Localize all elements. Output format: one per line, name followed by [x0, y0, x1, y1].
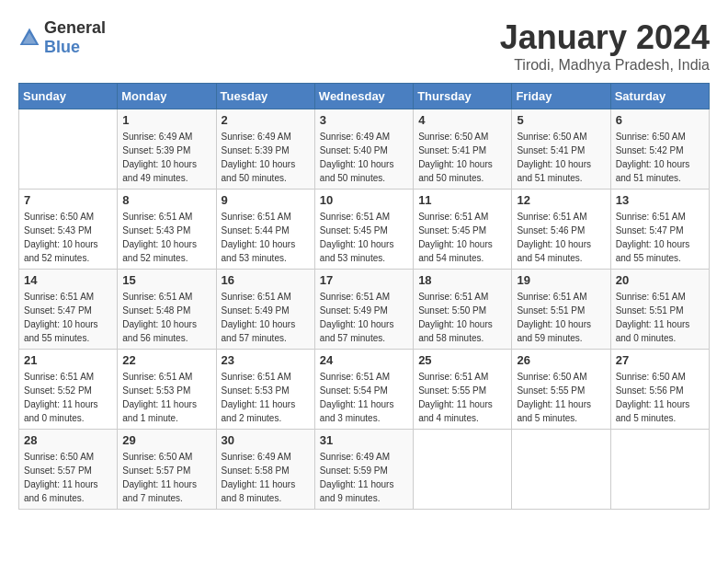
day-detail: Sunrise: 6:51 AMSunset: 5:52 PMDaylight:… — [24, 370, 112, 425]
day-number: 22 — [122, 353, 210, 367]
calendar-cell: 19Sunrise: 6:51 AMSunset: 5:51 PMDayligh… — [512, 270, 610, 350]
day-detail: Sunrise: 6:49 AMSunset: 5:39 PMDaylight:… — [222, 130, 310, 185]
calendar-cell: 11Sunrise: 6:51 AMSunset: 5:45 PMDayligh… — [414, 190, 512, 270]
calendar-week-row: 1Sunrise: 6:49 AMSunset: 5:39 PMDaylight… — [19, 109, 710, 190]
day-number: 28 — [24, 433, 112, 447]
day-detail: Sunrise: 6:51 AMSunset: 5:50 PMDaylight:… — [418, 290, 506, 345]
calendar-cell: 20Sunrise: 6:51 AMSunset: 5:51 PMDayligh… — [610, 270, 709, 350]
calendar-cell — [19, 109, 118, 190]
day-detail: Sunrise: 6:50 AMSunset: 5:56 PMDaylight:… — [616, 370, 704, 425]
calendar-cell: 27Sunrise: 6:50 AMSunset: 5:56 PMDayligh… — [610, 350, 709, 430]
calendar-cell: 22Sunrise: 6:51 AMSunset: 5:53 PMDayligh… — [118, 350, 216, 430]
day-number: 14 — [24, 273, 112, 287]
day-number: 29 — [122, 433, 210, 447]
day-number: 20 — [616, 273, 704, 287]
day-number: 3 — [320, 113, 408, 127]
day-detail: Sunrise: 6:51 AMSunset: 5:54 PMDaylight:… — [320, 370, 408, 425]
calendar-table: SundayMondayTuesdayWednesdayThursdayFrid… — [18, 83, 710, 510]
calendar-week-row: 28Sunrise: 6:50 AMSunset: 5:57 PMDayligh… — [19, 430, 710, 510]
month-title: January 2024 — [500, 18, 710, 57]
day-detail: Sunrise: 6:51 AMSunset: 5:49 PMDaylight:… — [222, 290, 310, 345]
day-detail: Sunrise: 6:50 AMSunset: 5:55 PMDaylight:… — [517, 370, 605, 425]
day-number: 27 — [616, 353, 704, 367]
day-number: 7 — [24, 193, 112, 207]
calendar-cell: 7Sunrise: 6:50 AMSunset: 5:43 PMDaylight… — [19, 190, 118, 270]
day-number: 30 — [222, 433, 310, 447]
day-number: 18 — [418, 273, 506, 287]
day-number: 6 — [616, 113, 704, 127]
title-area: January 2024 Tirodi, Madhya Pradesh, Ind… — [500, 18, 710, 74]
day-detail: Sunrise: 6:49 AMSunset: 5:40 PMDaylight:… — [320, 130, 408, 185]
weekday-header: Monday — [118, 84, 216, 109]
calendar-cell: 5Sunrise: 6:50 AMSunset: 5:41 PMDaylight… — [512, 109, 610, 190]
calendar-cell: 13Sunrise: 6:51 AMSunset: 5:47 PMDayligh… — [610, 190, 709, 270]
day-number: 10 — [320, 193, 408, 207]
weekday-header: Tuesday — [216, 84, 314, 109]
calendar-cell: 18Sunrise: 6:51 AMSunset: 5:50 PMDayligh… — [414, 270, 512, 350]
day-number: 17 — [320, 273, 408, 287]
calendar-cell: 10Sunrise: 6:51 AMSunset: 5:45 PMDayligh… — [314, 190, 413, 270]
calendar-cell: 28Sunrise: 6:50 AMSunset: 5:57 PMDayligh… — [19, 430, 118, 510]
day-number: 26 — [517, 353, 605, 367]
calendar-week-row: 14Sunrise: 6:51 AMSunset: 5:47 PMDayligh… — [19, 270, 710, 350]
day-number: 23 — [222, 353, 310, 367]
day-detail: Sunrise: 6:50 AMSunset: 5:41 PMDaylight:… — [418, 130, 506, 185]
day-detail: Sunrise: 6:51 AMSunset: 5:51 PMDaylight:… — [616, 290, 704, 345]
location-title: Tirodi, Madhya Pradesh, India — [500, 57, 710, 74]
day-number: 15 — [122, 273, 210, 287]
day-number: 8 — [122, 193, 210, 207]
day-detail: Sunrise: 6:50 AMSunset: 5:57 PMDaylight:… — [24, 450, 112, 505]
weekday-header: Thursday — [414, 84, 512, 109]
calendar-cell: 3Sunrise: 6:49 AMSunset: 5:40 PMDaylight… — [314, 109, 413, 190]
day-detail: Sunrise: 6:50 AMSunset: 5:42 PMDaylight:… — [616, 130, 704, 185]
calendar-cell: 12Sunrise: 6:51 AMSunset: 5:46 PMDayligh… — [512, 190, 610, 270]
calendar-cell: 29Sunrise: 6:50 AMSunset: 5:57 PMDayligh… — [118, 430, 216, 510]
weekday-header-row: SundayMondayTuesdayWednesdayThursdayFrid… — [19, 84, 710, 109]
day-detail: Sunrise: 6:49 AMSunset: 5:59 PMDaylight:… — [320, 450, 408, 505]
weekday-header: Sunday — [19, 84, 118, 109]
day-number: 2 — [222, 113, 310, 127]
calendar-cell — [512, 430, 610, 510]
calendar-cell: 14Sunrise: 6:51 AMSunset: 5:47 PMDayligh… — [19, 270, 118, 350]
day-detail: Sunrise: 6:51 AMSunset: 5:45 PMDaylight:… — [320, 210, 408, 265]
day-detail: Sunrise: 6:51 AMSunset: 5:43 PMDaylight:… — [122, 210, 210, 265]
day-detail: Sunrise: 6:49 AMSunset: 5:39 PMDaylight:… — [122, 130, 210, 185]
day-number: 13 — [616, 193, 704, 207]
calendar-cell: 9Sunrise: 6:51 AMSunset: 5:44 PMDaylight… — [216, 190, 314, 270]
calendar-cell: 26Sunrise: 6:50 AMSunset: 5:55 PMDayligh… — [512, 350, 610, 430]
day-number: 4 — [418, 113, 506, 127]
day-detail: Sunrise: 6:51 AMSunset: 5:49 PMDaylight:… — [320, 290, 408, 345]
day-detail: Sunrise: 6:50 AMSunset: 5:41 PMDaylight:… — [517, 130, 605, 185]
day-number: 19 — [517, 273, 605, 287]
logo-general-text: General — [44, 18, 106, 37]
day-number: 12 — [517, 193, 605, 207]
day-number: 5 — [517, 113, 605, 127]
day-detail: Sunrise: 6:51 AMSunset: 5:44 PMDaylight:… — [222, 210, 310, 265]
day-detail: Sunrise: 6:49 AMSunset: 5:58 PMDaylight:… — [222, 450, 310, 505]
day-detail: Sunrise: 6:51 AMSunset: 5:55 PMDaylight:… — [418, 370, 506, 425]
day-detail: Sunrise: 6:51 AMSunset: 5:53 PMDaylight:… — [222, 370, 310, 425]
day-number: 24 — [320, 353, 408, 367]
calendar-cell: 4Sunrise: 6:50 AMSunset: 5:41 PMDaylight… — [414, 109, 512, 190]
calendar-cell: 6Sunrise: 6:50 AMSunset: 5:42 PMDaylight… — [610, 109, 709, 190]
day-detail: Sunrise: 6:51 AMSunset: 5:48 PMDaylight:… — [122, 290, 210, 345]
calendar-cell: 30Sunrise: 6:49 AMSunset: 5:58 PMDayligh… — [216, 430, 314, 510]
calendar-cell: 31Sunrise: 6:49 AMSunset: 5:59 PMDayligh… — [314, 430, 413, 510]
day-number: 11 — [418, 193, 506, 207]
calendar-week-row: 7Sunrise: 6:50 AMSunset: 5:43 PMDaylight… — [19, 190, 710, 270]
day-detail: Sunrise: 6:51 AMSunset: 5:47 PMDaylight:… — [24, 290, 112, 345]
day-number: 21 — [24, 353, 112, 367]
calendar-cell — [610, 430, 709, 510]
weekday-header: Saturday — [610, 84, 709, 109]
day-detail: Sunrise: 6:51 AMSunset: 5:47 PMDaylight:… — [616, 210, 704, 265]
page-header: General Blue January 2024 Tirodi, Madhya… — [18, 18, 710, 74]
calendar-cell: 2Sunrise: 6:49 AMSunset: 5:39 PMDaylight… — [216, 109, 314, 190]
day-detail: Sunrise: 6:51 AMSunset: 5:53 PMDaylight:… — [122, 370, 210, 425]
weekday-header: Wednesday — [314, 84, 413, 109]
day-detail: Sunrise: 6:51 AMSunset: 5:46 PMDaylight:… — [517, 210, 605, 265]
day-detail: Sunrise: 6:51 AMSunset: 5:45 PMDaylight:… — [418, 210, 506, 265]
calendar-cell: 21Sunrise: 6:51 AMSunset: 5:52 PMDayligh… — [19, 350, 118, 430]
day-detail: Sunrise: 6:50 AMSunset: 5:43 PMDaylight:… — [24, 210, 112, 265]
calendar-cell: 24Sunrise: 6:51 AMSunset: 5:54 PMDayligh… — [314, 350, 413, 430]
weekday-header: Friday — [512, 84, 610, 109]
